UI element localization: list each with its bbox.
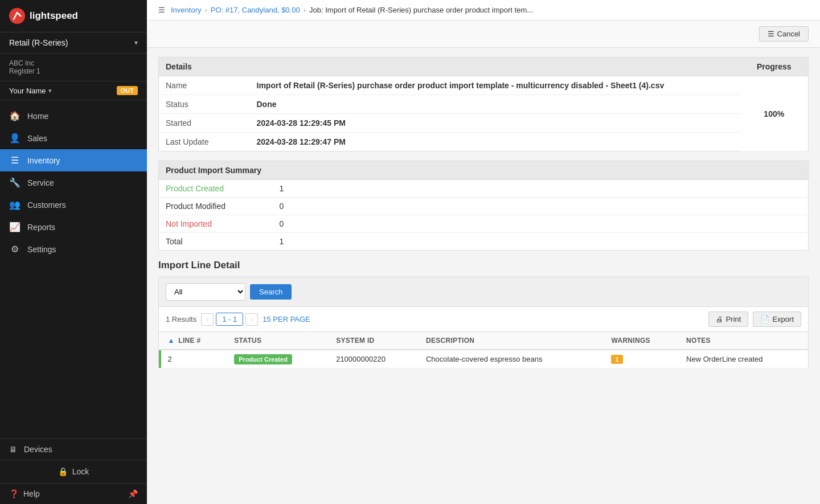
breadcrumb-po[interactable]: PO: #17, Candyland, $0.00 [211, 6, 300, 14]
account-company: ABC Inc [9, 59, 40, 67]
results-count: 1 Results [166, 315, 196, 323]
col-header-systemid: SYSTEM ID [329, 332, 419, 350]
user-caret-icon: ▾ [48, 87, 52, 95]
action-bar: ☰ Cancel [147, 21, 820, 48]
pin-icon[interactable]: 📌 [128, 489, 138, 498]
col-header-description: DESCRIPTION [419, 332, 605, 350]
status-badge: Product Created [234, 354, 292, 364]
help-icon: ❓ [9, 489, 19, 498]
row-status: Product Created [227, 350, 329, 368]
cancel-button[interactable]: ☰ Cancel [759, 26, 809, 42]
sidebar-item-settings[interactable]: ⚙ Settings [0, 238, 147, 260]
nav-label-home: Home [27, 112, 48, 121]
sort-arrow-icon: ▲ [168, 337, 175, 345]
summary-row-not-imported: Not Imported 0 [159, 215, 809, 233]
search-button[interactable]: Search [250, 284, 292, 300]
home-icon: 🏠 [9, 110, 20, 121]
filter-bar: All Product Created Product Modified Not… [158, 277, 809, 307]
filter-select[interactable]: All Product Created Product Modified Not… [166, 283, 245, 301]
store-name: Retail (R-Series) [9, 38, 68, 47]
detail-label-status: Status [159, 95, 250, 114]
summary-label-created: Product Created [159, 180, 273, 198]
summary-label-total: Total [159, 233, 273, 251]
detail-label-lastupdate: Last Update [159, 133, 250, 151]
devices-icon: 🖥 [9, 445, 17, 454]
account-register: Register 1 [9, 67, 40, 75]
row-notes: New OrderLine created [679, 350, 808, 368]
detail-value-status: Done [250, 95, 740, 114]
summary-row-modified: Product Modified 0 [159, 198, 809, 215]
nav-label-reports: Reports [27, 223, 55, 232]
lock-button[interactable]: 🔒 Lock [0, 460, 147, 483]
table-row: 2 Product Created 210000000220 Chocolate… [159, 350, 809, 368]
progress-header: Progress [740, 58, 809, 76]
export-icon: 📄 [760, 315, 769, 323]
sidebar-item-sales[interactable]: 👤 Sales [0, 127, 147, 149]
col-header-warnings: WARNINGS [604, 332, 679, 350]
nav-label-settings: Settings [27, 245, 56, 254]
summary-label-modified: Product Modified [159, 198, 273, 215]
help-button[interactable]: ❓ Help [9, 489, 40, 498]
col-header-line[interactable]: ▲ LINE # [161, 332, 228, 350]
row-warnings: 1 [604, 350, 679, 368]
per-page-link[interactable]: 15 PER PAGE [263, 315, 310, 323]
detail-row-name: Name Import of Retail (R-Series) purchas… [159, 76, 809, 95]
print-button[interactable]: 🖨 Print [708, 312, 749, 327]
cancel-label: Cancel [777, 30, 800, 38]
row-system-id: 210000000220 [329, 350, 419, 368]
nav-label-service: Service [27, 178, 54, 187]
help-area: ❓ Help 📌 [0, 483, 147, 504]
nav-label-inventory: Inventory [27, 156, 60, 165]
col-header-status: STATUS [227, 332, 329, 350]
summary-header: Product Import Summary [159, 161, 809, 180]
logo-text: lightspeed [30, 10, 78, 22]
store-selector[interactable]: Retail (R-Series) ▾ [0, 32, 147, 54]
user-area[interactable]: Your Name ▾ OUT [0, 81, 147, 100]
detail-row-status: Status Done [159, 95, 809, 114]
detail-row-lastupdate: Last Update 2024-03-28 12:29:47 PM [159, 133, 809, 151]
reports-icon: 📈 [9, 222, 20, 232]
prev-page-button[interactable]: ‹ [201, 313, 214, 326]
next-page-button[interactable]: › [245, 313, 258, 326]
sidebar-item-reports[interactable]: 📈 Reports [0, 216, 147, 238]
export-label: Export [772, 315, 794, 323]
lock-icon: 🔒 [58, 467, 68, 476]
sidebar: lightspeed Retail (R-Series) ▾ ABC Inc R… [0, 0, 147, 504]
sales-icon: 👤 [9, 133, 20, 144]
inventory-icon: ☰ [9, 155, 20, 166]
user-name: Your Name [9, 87, 46, 95]
breadcrumb: ☰ Inventory › PO: #17, Candyland, $0.00 … [147, 0, 820, 21]
out-badge: OUT [117, 86, 138, 95]
summary-row-total: Total 1 [159, 233, 809, 251]
logo-area[interactable]: lightspeed [0, 0, 147, 32]
breadcrumb-job: Job: Import of Retail (R-Series) purchas… [309, 6, 533, 14]
print-icon: 🖨 [716, 315, 723, 323]
progress-value: 100% [740, 76, 809, 151]
sidebar-item-customers[interactable]: 👥 Customers [0, 194, 147, 216]
sidebar-item-service[interactable]: 🔧 Service [0, 171, 147, 194]
summary-value-created: 1 [273, 180, 809, 198]
import-line-title: Import Line Detail [158, 260, 809, 271]
page-content: Details Progress Name Import of Retail (… [147, 48, 820, 378]
row-line-num: 2 [161, 350, 228, 368]
detail-value-started: 2024-03-28 12:29:45 PM [250, 114, 740, 133]
breadcrumb-icon: ☰ [158, 6, 165, 14]
sidebar-item-devices[interactable]: 🖥 Devices [0, 439, 147, 460]
breadcrumb-inventory[interactable]: Inventory [171, 6, 201, 14]
results-bar: 1 Results ‹ 1 - 1 › 15 PER PAGE 🖨 Print … [158, 307, 809, 332]
nav-label-sales: Sales [27, 134, 47, 143]
detail-value-name: Import of Retail (R-Series) purchase ord… [250, 76, 740, 95]
customers-icon: 👥 [9, 199, 20, 210]
details-table: Details Progress Name Import of Retail (… [158, 57, 809, 151]
export-button[interactable]: 📄 Export [753, 312, 801, 327]
summary-table: Product Import Summary Product Created 1… [158, 161, 809, 251]
summary-value-modified: 0 [273, 198, 809, 215]
print-label: Print [726, 315, 741, 323]
sidebar-item-inventory[interactable]: ☰ Inventory [0, 149, 147, 171]
sidebar-item-home[interactable]: 🏠 Home [0, 105, 147, 127]
detail-row-started: Started 2024-03-28 12:29:45 PM [159, 114, 809, 133]
page-nav: ‹ 1 - 1 › [201, 313, 258, 326]
lock-label: Lock [72, 467, 89, 476]
devices-label: Devices [24, 445, 52, 454]
detail-label-name: Name [159, 76, 250, 95]
